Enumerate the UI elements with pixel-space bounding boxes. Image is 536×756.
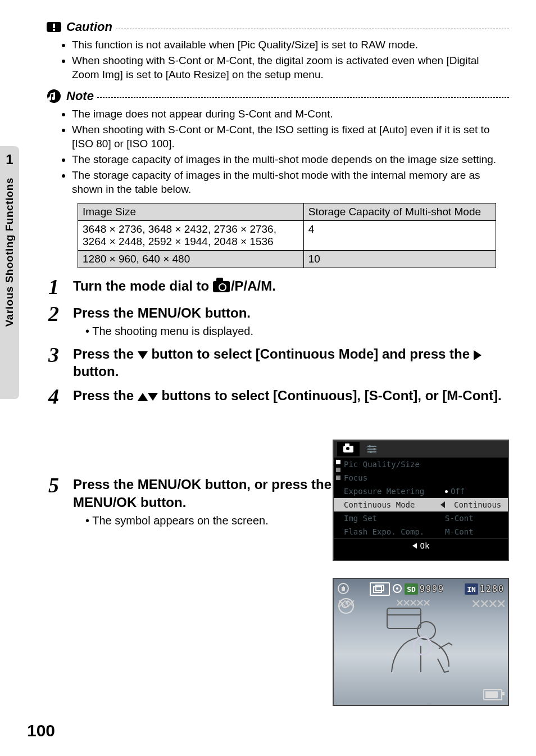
step-text: /P/A/M. [231,278,276,293]
lcd-menu-row: Exposure MeteringOff [344,485,508,498]
step-title: Press the button to select [Continuous M… [73,345,509,380]
lcd-menu-label: Continuous Mode [344,500,439,509]
lcd-adjust-tab-icon [362,442,382,456]
lcd-continuous-icon [370,582,390,596]
caution-item: This function is not available when [Pic… [72,38,509,52]
lcd-menu-value: M-Cont [439,527,508,536]
step-subtext: • The shooting menu is displayed. [85,324,509,338]
lcd-menu-row: Flash Expo. Comp.M-Cont [344,525,508,538]
lcd-left-caret-icon [440,501,445,508]
svg-rect-11 [374,587,381,592]
lcd-menu-row: Pic Quality/Size [344,458,508,471]
table-cell: 3648 × 2736, 3648 × 2432, 2736 × 2736, 3… [78,220,304,250]
note-label: Note [66,89,94,103]
down-arrow-icon [138,351,148,359]
lcd-rotate-icon [338,598,354,614]
note-icon [46,88,62,104]
lcd-footer-label: Ok [420,541,430,550]
table-row: 3648 × 2736, 3648 × 2432, 2736 × 2736, 3… [78,220,496,250]
lcd-menu-label: Img Set [344,514,439,523]
table-header: Storage Capacity of Multi-shot Mode [303,203,496,220]
note-item: When shooting with S-Cont or M-Cont, the… [72,123,509,151]
lcd-hand-icon [337,582,349,596]
lcd-menu-label: Flash Expo. Comp. [344,527,439,536]
lcd-target-mini-icon [392,583,403,596]
step-number: 2 [48,303,73,324]
chapter-side-tab: 1 Various Shooting Functions [0,146,19,399]
note-item: The image does not appear during S-Cont … [72,107,509,121]
lcd-menu-screenshot: Pic Quality/Size Focus Exposure Metering… [333,440,509,561]
lcd-menu-value: Off [439,487,508,496]
lcd-in-badge: IN [465,583,478,595]
camera-icon [213,281,230,292]
lcd-menu-value: S-Cont [439,514,508,523]
step-text: Press the [73,388,138,403]
lcd-menu-value: Continuous [448,500,508,509]
note-list: The image does not appear during S-Cont … [72,107,509,196]
storage-capacity-table: Image Size Storage Capacity of Multi-sho… [78,203,496,268]
page-number: 100 [27,721,55,740]
svg-point-9 [370,451,372,453]
caution-heading-row: Caution [46,19,509,35]
lcd-value-text: Off [451,487,465,496]
svg-rect-2 [53,29,55,31]
step-1: 1 Turn the mode dial to /P/A/M. [48,276,509,297]
step-3: 3 Press the button to select [Continuous… [48,344,509,380]
table-header: Image Size [78,203,304,220]
lcd-menu-row: Img SetS-Cont [344,511,508,525]
caution-item: When shooting with S-Cont or M-Cont, the… [72,54,509,82]
lcd-menu-row-selected: Continuous ModeContinuous [334,498,508,511]
lcd-camera-tab-icon [337,442,360,456]
svg-point-8 [373,448,375,450]
lcd-image-size: 1280 [480,584,505,594]
svg-rect-1 [53,24,55,28]
chapter-title: Various Shooting Functions [3,178,16,327]
caution-icon [46,19,62,35]
step-text: button. [73,364,119,379]
table-cell: 10 [303,250,496,268]
note-item: The storage capacity of images in the mu… [72,169,509,196]
lcd-liveview-screenshot: SD 9999 IN 1280 ✕✕ ✕✕✕✕✕ ✕✕✕✕ [333,578,509,706]
lcd-battery-icon [483,689,502,700]
step-number: 3 [48,344,73,365]
svg-rect-15 [387,608,421,628]
step-4: 4 Press the buttons to select [Continuou… [48,386,509,407]
step-text: buttons to select [Continuous], [S-Cont]… [158,388,502,403]
step-number: 5 [48,474,73,496]
step-text: Press the [73,346,138,361]
table-row: 1280 × 960, 640 × 480 10 [78,250,496,268]
caution-rule [116,29,509,29]
lcd-left-arrow-icon [412,543,417,549]
step-2: 2 Press the MENU/OK button. • The shooti… [48,303,509,338]
svg-point-7 [369,445,371,447]
step-title: Turn the mode dial to /P/A/M. [73,277,509,295]
right-arrow-icon [474,350,482,360]
note-heading-row: Note [46,88,509,104]
lcd-menu-label: Pic Quality/Size [344,460,439,469]
step-title: Press the buttons to select [Continuous]… [73,387,509,404]
step-title: Press the MENU/OK button. [73,304,509,322]
lcd-sd-count: 9999 [420,584,444,594]
svg-point-14 [396,587,398,590]
svg-rect-12 [376,585,384,591]
step-sub-span: The symbol appears on the screen. [92,514,269,527]
caution-label: Caution [66,20,112,34]
lcd-menu-label: Exposure Metering [344,487,439,496]
step-sub-span: The shooting menu is displayed. [92,325,253,337]
note-item: The storage capacity of images in the mu… [72,153,509,166]
step-number: 1 [48,276,73,297]
caution-list: This function is not available when [Pic… [72,38,509,82]
up-arrow-icon [138,393,148,401]
lcd-top-bar: SD 9999 IN 1280 [334,579,508,597]
step-number: 4 [48,386,73,407]
lcd-scroll-indicator [336,460,340,480]
step-text: Press the MENU/OK button, or press the [73,477,335,492]
lcd-footer: Ok [334,538,508,553]
lcd-menu-label: Focus [344,473,439,482]
table-cell: 4 [303,220,496,250]
chapter-number: 1 [6,152,13,168]
step-text: button to select [Continuous Mode] and p… [148,346,474,361]
lcd-tab-bar [334,441,508,458]
lcd-menu-row: Focus [344,471,508,485]
lcd-sd-badge: SD [405,583,418,595]
